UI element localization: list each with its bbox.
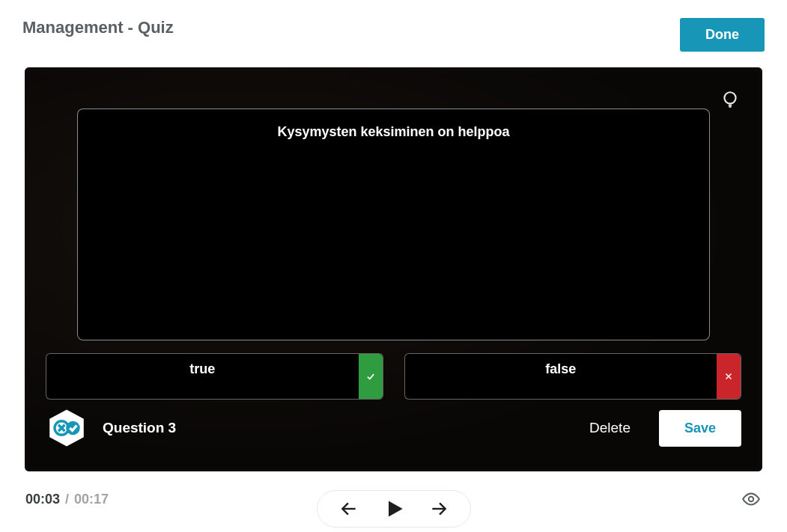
delete-button[interactable]: Delete <box>576 412 644 444</box>
question-number-label: Question 3 <box>103 420 561 436</box>
question-prompt-text: Kysymysten keksiminen on helppoa <box>277 124 509 139</box>
header-bar: Management - Quiz Done <box>22 0 765 67</box>
time-total: 00:17 <box>74 492 109 507</box>
answer-label: true <box>46 354 359 399</box>
answer-option-false[interactable]: false <box>404 353 742 400</box>
done-button[interactable]: Done <box>680 18 765 52</box>
lightbulb-icon[interactable] <box>719 88 741 111</box>
svg-marker-11 <box>389 501 403 517</box>
answer-row: true false <box>46 353 741 400</box>
play-button[interactable] <box>380 495 407 522</box>
video-canvas: Kysymysten keksiminen on helppoa true fa… <box>25 67 762 471</box>
save-button[interactable]: Save <box>659 410 741 447</box>
preview-eye-icon[interactable] <box>741 489 762 510</box>
question-footer-bar: Question 3 Delete Save <box>46 406 741 450</box>
answer-option-true[interactable]: true <box>46 353 383 400</box>
transport-controls <box>317 490 471 528</box>
time-current: 00:03 <box>25 492 60 507</box>
check-icon[interactable] <box>359 354 383 399</box>
next-button[interactable] <box>425 495 452 522</box>
previous-button[interactable] <box>335 495 362 522</box>
svg-point-13 <box>749 497 754 502</box>
true-false-badge-icon <box>46 407 88 449</box>
time-separator: / <box>64 492 70 507</box>
answer-label: false <box>405 354 717 399</box>
svg-point-0 <box>724 92 735 103</box>
timeline-bar: 00:03 / 00:17 <box>22 476 765 522</box>
x-icon[interactable] <box>717 354 741 399</box>
time-display: 00:03 / 00:17 <box>25 492 109 507</box>
page-title: Management - Quiz <box>22 18 174 37</box>
question-prompt-card[interactable]: Kysymysten keksiminen on helppoa <box>77 108 710 340</box>
